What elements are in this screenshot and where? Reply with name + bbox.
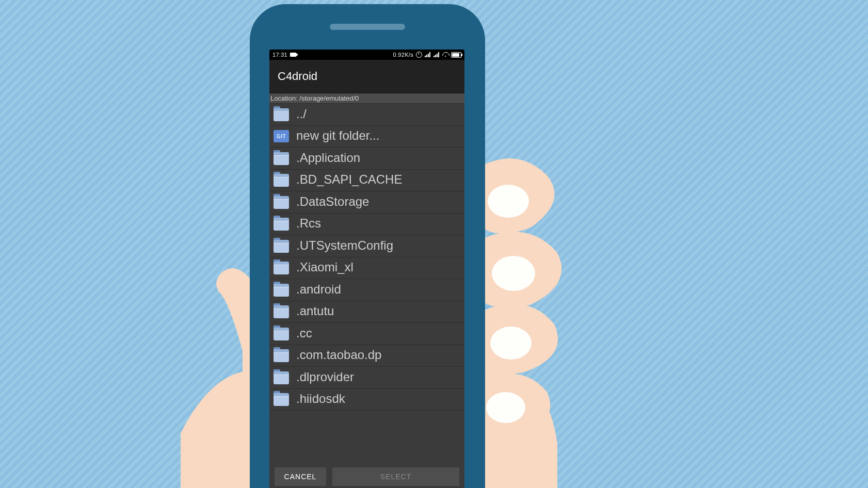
git-icon: GIT bbox=[274, 130, 289, 142]
list-item-label: .Rcs bbox=[296, 216, 321, 231]
list-item[interactable]: .antutu bbox=[269, 301, 464, 323]
list-item-label: .hiidosdk bbox=[296, 392, 345, 406]
file-list[interactable]: ../GITnew git folder....Application.BD_S… bbox=[269, 104, 464, 411]
list-item-label: .DataStorage bbox=[296, 194, 369, 209]
phone-screen: 17:31 0.92K/s C4droid Location: /storage… bbox=[269, 50, 464, 488]
app-title-bar: C4droid bbox=[269, 60, 464, 93]
git-icon-label: GIT bbox=[277, 134, 286, 139]
status-netspeed: 0.92K/s bbox=[393, 52, 413, 58]
folder-icon bbox=[274, 305, 289, 318]
background: 17:31 0.92K/s C4droid Location: /storage… bbox=[0, 0, 868, 488]
folder-icon bbox=[274, 174, 289, 186]
list-item[interactable]: .BD_SAPI_CACHE bbox=[269, 170, 464, 192]
folder-icon bbox=[274, 240, 289, 252]
folder-icon bbox=[274, 152, 289, 165]
phone-body: 17:31 0.92K/s C4droid Location: /storage… bbox=[250, 4, 485, 488]
recording-icon bbox=[290, 53, 296, 57]
phone-speaker bbox=[330, 24, 405, 30]
folder-icon bbox=[274, 218, 289, 230]
list-item[interactable]: .UTSystemConfig bbox=[269, 235, 464, 257]
list-item[interactable]: .Rcs bbox=[269, 214, 464, 236]
svg-point-1 bbox=[492, 256, 535, 291]
list-item-label: .dlprovider bbox=[296, 370, 354, 384]
folder-icon bbox=[274, 262, 289, 274]
app-title: C4droid bbox=[278, 70, 317, 83]
wifi-icon bbox=[442, 52, 448, 57]
folder-icon bbox=[274, 393, 289, 405]
list-item[interactable]: .android bbox=[269, 279, 464, 301]
list-item-label: .BD_SAPI_CACHE bbox=[296, 172, 402, 187]
list-item[interactable]: .com.taobao.dp bbox=[269, 345, 464, 367]
folder-icon bbox=[274, 196, 289, 208]
list-item-label: new git folder... bbox=[296, 128, 379, 143]
list-item[interactable]: .cc bbox=[269, 323, 464, 345]
alarm-icon bbox=[416, 52, 422, 58]
cancel-button[interactable]: CANCEL bbox=[275, 467, 326, 486]
folder-icon bbox=[274, 371, 289, 384]
select-button[interactable]: SELECT bbox=[332, 467, 459, 486]
svg-point-3 bbox=[486, 392, 525, 423]
list-item-label: .UTSystemConfig bbox=[296, 238, 393, 253]
location-path: Location: /storage/emulated/0 bbox=[269, 93, 464, 104]
list-item-label: .Application bbox=[296, 151, 360, 165]
list-item-label: .Xiaomi_xl bbox=[296, 260, 353, 274]
folder-icon bbox=[274, 349, 289, 362]
list-item[interactable]: .Application bbox=[269, 148, 464, 170]
list-item-label: .com.taobao.dp bbox=[296, 348, 381, 362]
svg-point-0 bbox=[488, 185, 529, 218]
list-item[interactable]: .DataStorage bbox=[269, 191, 464, 214]
list-item[interactable]: ../ bbox=[269, 104, 464, 126]
folder-icon bbox=[274, 328, 289, 340]
status-bar: 17:31 0.92K/s bbox=[269, 50, 464, 60]
list-item-label: .android bbox=[296, 282, 341, 297]
list-item-label: .cc bbox=[296, 326, 312, 340]
list-item-label: ../ bbox=[296, 107, 307, 121]
signal2-icon bbox=[433, 52, 440, 57]
list-item[interactable]: .dlprovider bbox=[269, 367, 464, 389]
status-time: 17:31 bbox=[272, 52, 287, 58]
list-item[interactable]: .Xiaomi_xl bbox=[269, 257, 464, 280]
list-item[interactable]: GITnew git folder... bbox=[269, 126, 464, 148]
list-item[interactable]: .hiidosdk bbox=[269, 389, 464, 411]
dialog-buttons: CANCEL SELECT bbox=[275, 467, 459, 488]
signal-icon bbox=[425, 52, 431, 57]
svg-point-2 bbox=[490, 327, 532, 360]
battery-icon bbox=[451, 52, 461, 58]
list-item-label: .antutu bbox=[296, 304, 334, 318]
folder-icon bbox=[274, 108, 289, 121]
folder-icon bbox=[274, 284, 289, 296]
